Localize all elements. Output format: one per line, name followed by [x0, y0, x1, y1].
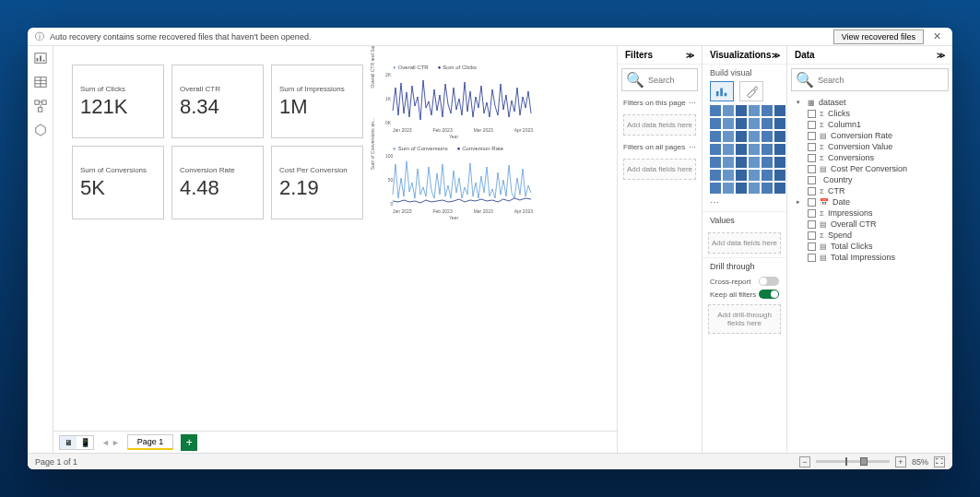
prev-page-icon[interactable]: ◄ — [101, 438, 110, 447]
viz-type-icon[interactable] — [774, 118, 785, 129]
collapse-icon[interactable]: ≫ — [937, 51, 945, 60]
field-item[interactable]: ▤Overall CTR — [808, 219, 947, 230]
data-search[interactable]: 🔍 — [791, 68, 949, 91]
viz-type-icon[interactable] — [736, 118, 747, 129]
viz-type-icon[interactable] — [749, 131, 760, 142]
build-visual-tab[interactable] — [710, 81, 734, 101]
card-sum-clicks[interactable]: Sum of Clicks 121K — [72, 65, 164, 138]
values-drop[interactable]: Add data fields here — [708, 232, 781, 254]
collapse-icon[interactable]: ≫ — [686, 51, 694, 60]
viz-type-icon[interactable] — [710, 118, 721, 129]
cross-report-toggle[interactable] — [759, 277, 779, 286]
data-view-icon[interactable] — [34, 76, 47, 89]
viz-type-icon[interactable] — [749, 157, 760, 168]
field-checkbox[interactable] — [808, 132, 816, 140]
field-item[interactable]: ΣSpend — [808, 230, 947, 241]
field-checkbox[interactable] — [808, 198, 816, 207]
dataset-node[interactable]: ▾▦dataset — [797, 97, 947, 108]
viz-type-icon[interactable] — [762, 118, 773, 129]
filters-all-drop[interactable]: Add data fields here — [623, 159, 696, 180]
filters-page-drop[interactable]: Add data fields here — [623, 114, 696, 136]
field-checkbox[interactable] — [808, 209, 816, 218]
field-checkbox[interactable] — [808, 121, 816, 129]
card-conversion-rate[interactable]: Conversion Rate 4.48 — [171, 146, 264, 219]
viz-type-icon[interactable] — [710, 131, 721, 142]
viz-type-icon[interactable] — [710, 105, 721, 116]
viz-type-icon[interactable] — [736, 144, 747, 155]
viz-type-icon[interactable] — [749, 144, 760, 155]
zoom-out-icon[interactable]: − — [799, 456, 810, 467]
field-item[interactable]: ΣColumn1 — [808, 119, 947, 130]
add-page-button[interactable]: + — [181, 434, 197, 451]
more-icon[interactable]: ⋯ — [689, 143, 696, 151]
more-icon[interactable]: ⋯ — [689, 99, 696, 107]
field-checkbox[interactable] — [808, 243, 816, 251]
viz-type-icon[interactable] — [749, 183, 760, 194]
dax-view-icon[interactable] — [34, 124, 47, 136]
field-item[interactable]: ▤Total Impressions — [808, 252, 947, 263]
viz-type-icon[interactable] — [723, 183, 734, 194]
field-item[interactable]: ΣClicks — [808, 108, 947, 119]
card-cost-per-conversion[interactable]: Cost Per Conversion 2.19 — [271, 146, 363, 219]
field-item[interactable]: Country — [808, 174, 947, 185]
field-checkbox[interactable] — [808, 220, 816, 229]
viz-type-icon[interactable] — [736, 157, 747, 168]
field-item[interactable]: ▤Total Clicks — [808, 241, 947, 252]
viz-type-icon[interactable] — [762, 105, 773, 116]
viz-type-icon[interactable] — [774, 170, 785, 181]
keep-filters-toggle[interactable] — [759, 290, 779, 299]
mobile-layout-icon[interactable]: 📱 — [77, 436, 93, 449]
zoom-slider[interactable] — [816, 460, 890, 463]
viz-type-icon[interactable] — [736, 170, 747, 181]
field-item[interactable]: ΣCTR — [808, 185, 947, 196]
viz-type-icon[interactable] — [710, 144, 721, 155]
viz-type-icon[interactable] — [774, 157, 785, 168]
viz-type-icon[interactable] — [736, 105, 747, 116]
filters-search-input[interactable] — [648, 76, 693, 85]
field-checkbox[interactable] — [808, 143, 816, 151]
chart-ctr-clicks[interactable]: Overall CTR Sum of Clicks Overall CTR an… — [371, 65, 537, 138]
card-sum-conversions[interactable]: Sum of Conversions 5K — [72, 146, 164, 219]
collapse-icon[interactable]: ≫ — [772, 51, 780, 60]
model-view-icon[interactable] — [34, 100, 47, 112]
viz-type-icon[interactable] — [723, 118, 734, 129]
format-visual-tab[interactable] — [739, 81, 763, 101]
viz-type-icon[interactable] — [774, 105, 785, 116]
drill-drop[interactable]: Add drill-through fields here — [708, 304, 781, 334]
field-checkbox[interactable] — [808, 110, 816, 118]
viz-type-icon[interactable] — [736, 183, 747, 194]
viz-type-icon[interactable] — [749, 170, 760, 181]
page-tab[interactable]: Page 1 — [127, 434, 174, 450]
chart-conversions-rate[interactable]: Sum of Conversions Conversion Rate Sum o… — [371, 146, 537, 219]
viz-type-icon[interactable] — [710, 183, 721, 194]
field-checkbox[interactable] — [808, 154, 816, 162]
viz-type-icon[interactable] — [749, 105, 760, 116]
viz-type-icon[interactable] — [774, 144, 785, 155]
filters-search[interactable]: 🔍 — [621, 68, 698, 91]
field-item[interactable]: ▤Conversion Rate — [808, 130, 947, 141]
field-checkbox[interactable] — [808, 176, 816, 184]
viz-type-icon[interactable] — [710, 157, 721, 168]
viz-type-icon[interactable] — [774, 131, 785, 142]
viz-type-icon[interactable] — [762, 144, 773, 155]
field-item[interactable]: ▤Cost Per Conversion — [808, 163, 947, 174]
view-recovered-button[interactable]: View recovered files — [833, 30, 924, 44]
card-sum-impressions[interactable]: Sum of Impressions 1M — [271, 65, 363, 138]
field-item[interactable]: ▸📅Date — [808, 196, 947, 207]
report-canvas[interactable]: Sum of Clicks 121K Overall CTR 8.34 Sum … — [53, 46, 617, 431]
zoom-in-icon[interactable]: + — [895, 456, 906, 467]
field-item[interactable]: ΣImpressions — [808, 207, 947, 219]
field-item[interactable]: ΣConversion Value — [808, 141, 947, 152]
viz-type-icon[interactable] — [762, 170, 773, 181]
field-item[interactable]: ΣConversions — [808, 152, 947, 163]
report-view-icon[interactable] — [34, 52, 47, 65]
viz-type-icon[interactable] — [723, 131, 734, 142]
viz-type-icon[interactable] — [723, 170, 734, 181]
viz-type-icon[interactable] — [723, 157, 734, 168]
desktop-layout-icon[interactable]: 🖥 — [60, 436, 77, 449]
viz-type-icon[interactable] — [762, 183, 773, 194]
viz-type-icon[interactable] — [762, 131, 773, 142]
more-viz-icon[interactable]: ⋯ — [703, 197, 786, 211]
viz-type-icon[interactable] — [736, 131, 747, 142]
field-checkbox[interactable] — [808, 231, 816, 240]
